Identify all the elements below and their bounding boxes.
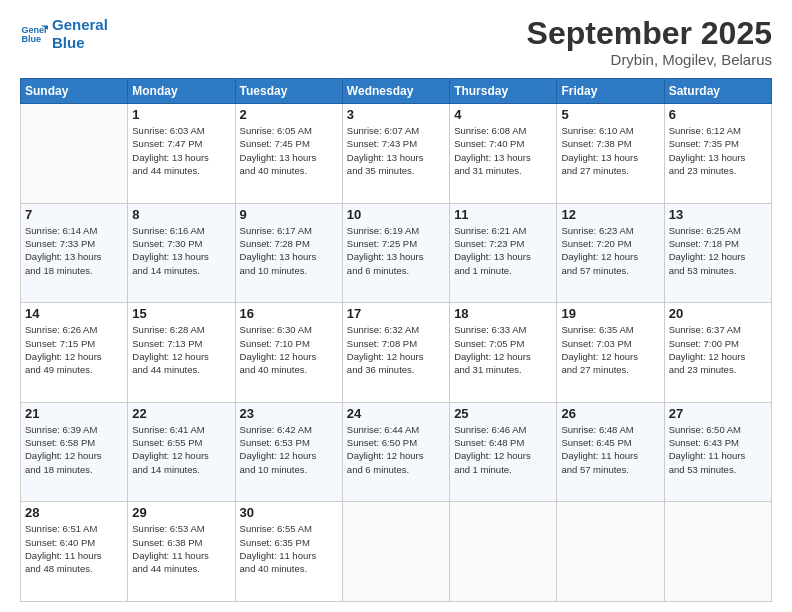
day-info: Sunrise: 6:03 AM Sunset: 7:47 PM Dayligh… xyxy=(132,124,230,177)
col-header-thursday: Thursday xyxy=(450,79,557,104)
calendar-cell xyxy=(342,502,449,602)
day-number: 13 xyxy=(669,207,767,222)
day-info: Sunrise: 6:07 AM Sunset: 7:43 PM Dayligh… xyxy=(347,124,445,177)
day-number: 15 xyxy=(132,306,230,321)
calendar-cell: 15Sunrise: 6:28 AM Sunset: 7:13 PM Dayli… xyxy=(128,303,235,403)
day-info: Sunrise: 6:48 AM Sunset: 6:45 PM Dayligh… xyxy=(561,423,659,476)
calendar-cell: 19Sunrise: 6:35 AM Sunset: 7:03 PM Dayli… xyxy=(557,303,664,403)
col-header-sunday: Sunday xyxy=(21,79,128,104)
day-info: Sunrise: 6:25 AM Sunset: 7:18 PM Dayligh… xyxy=(669,224,767,277)
logo-icon: General Blue xyxy=(20,20,48,48)
day-number: 24 xyxy=(347,406,445,421)
week-row-1: 1Sunrise: 6:03 AM Sunset: 7:47 PM Daylig… xyxy=(21,104,772,204)
day-info: Sunrise: 6:17 AM Sunset: 7:28 PM Dayligh… xyxy=(240,224,338,277)
calendar-cell: 20Sunrise: 6:37 AM Sunset: 7:00 PM Dayli… xyxy=(664,303,771,403)
day-number: 29 xyxy=(132,505,230,520)
day-number: 7 xyxy=(25,207,123,222)
day-info: Sunrise: 6:12 AM Sunset: 7:35 PM Dayligh… xyxy=(669,124,767,177)
day-info: Sunrise: 6:33 AM Sunset: 7:05 PM Dayligh… xyxy=(454,323,552,376)
day-number: 8 xyxy=(132,207,230,222)
title-block: September 2025 Drybin, Mogilev, Belarus xyxy=(527,16,772,68)
calendar-cell: 21Sunrise: 6:39 AM Sunset: 6:58 PM Dayli… xyxy=(21,402,128,502)
day-info: Sunrise: 6:21 AM Sunset: 7:23 PM Dayligh… xyxy=(454,224,552,277)
day-info: Sunrise: 6:23 AM Sunset: 7:20 PM Dayligh… xyxy=(561,224,659,277)
calendar-cell: 7Sunrise: 6:14 AM Sunset: 7:33 PM Daylig… xyxy=(21,203,128,303)
day-number: 1 xyxy=(132,107,230,122)
location: Drybin, Mogilev, Belarus xyxy=(527,51,772,68)
day-number: 18 xyxy=(454,306,552,321)
day-info: Sunrise: 6:05 AM Sunset: 7:45 PM Dayligh… xyxy=(240,124,338,177)
day-number: 5 xyxy=(561,107,659,122)
day-number: 28 xyxy=(25,505,123,520)
calendar-cell xyxy=(450,502,557,602)
calendar-cell xyxy=(21,104,128,204)
calendar-cell: 6Sunrise: 6:12 AM Sunset: 7:35 PM Daylig… xyxy=(664,104,771,204)
calendar-cell: 9Sunrise: 6:17 AM Sunset: 7:28 PM Daylig… xyxy=(235,203,342,303)
day-info: Sunrise: 6:30 AM Sunset: 7:10 PM Dayligh… xyxy=(240,323,338,376)
day-info: Sunrise: 6:10 AM Sunset: 7:38 PM Dayligh… xyxy=(561,124,659,177)
col-header-friday: Friday xyxy=(557,79,664,104)
day-number: 26 xyxy=(561,406,659,421)
calendar-cell: 23Sunrise: 6:42 AM Sunset: 6:53 PM Dayli… xyxy=(235,402,342,502)
svg-text:Blue: Blue xyxy=(21,34,41,44)
col-header-wednesday: Wednesday xyxy=(342,79,449,104)
day-info: Sunrise: 6:53 AM Sunset: 6:38 PM Dayligh… xyxy=(132,522,230,575)
day-number: 9 xyxy=(240,207,338,222)
day-number: 6 xyxy=(669,107,767,122)
day-info: Sunrise: 6:19 AM Sunset: 7:25 PM Dayligh… xyxy=(347,224,445,277)
day-info: Sunrise: 6:32 AM Sunset: 7:08 PM Dayligh… xyxy=(347,323,445,376)
calendar-cell: 17Sunrise: 6:32 AM Sunset: 7:08 PM Dayli… xyxy=(342,303,449,403)
week-row-3: 14Sunrise: 6:26 AM Sunset: 7:15 PM Dayli… xyxy=(21,303,772,403)
week-row-4: 21Sunrise: 6:39 AM Sunset: 6:58 PM Dayli… xyxy=(21,402,772,502)
day-info: Sunrise: 6:26 AM Sunset: 7:15 PM Dayligh… xyxy=(25,323,123,376)
day-info: Sunrise: 6:46 AM Sunset: 6:48 PM Dayligh… xyxy=(454,423,552,476)
calendar-cell xyxy=(664,502,771,602)
day-number: 11 xyxy=(454,207,552,222)
calendar-cell: 4Sunrise: 6:08 AM Sunset: 7:40 PM Daylig… xyxy=(450,104,557,204)
calendar-cell: 12Sunrise: 6:23 AM Sunset: 7:20 PM Dayli… xyxy=(557,203,664,303)
calendar: SundayMondayTuesdayWednesdayThursdayFrid… xyxy=(20,78,772,602)
calendar-cell: 2Sunrise: 6:05 AM Sunset: 7:45 PM Daylig… xyxy=(235,104,342,204)
col-header-saturday: Saturday xyxy=(664,79,771,104)
day-info: Sunrise: 6:35 AM Sunset: 7:03 PM Dayligh… xyxy=(561,323,659,376)
calendar-header-row: SundayMondayTuesdayWednesdayThursdayFrid… xyxy=(21,79,772,104)
col-header-tuesday: Tuesday xyxy=(235,79,342,104)
calendar-cell: 1Sunrise: 6:03 AM Sunset: 7:47 PM Daylig… xyxy=(128,104,235,204)
day-number: 30 xyxy=(240,505,338,520)
day-info: Sunrise: 6:51 AM Sunset: 6:40 PM Dayligh… xyxy=(25,522,123,575)
day-number: 3 xyxy=(347,107,445,122)
calendar-cell: 24Sunrise: 6:44 AM Sunset: 6:50 PM Dayli… xyxy=(342,402,449,502)
calendar-cell: 29Sunrise: 6:53 AM Sunset: 6:38 PM Dayli… xyxy=(128,502,235,602)
calendar-cell: 5Sunrise: 6:10 AM Sunset: 7:38 PM Daylig… xyxy=(557,104,664,204)
day-info: Sunrise: 6:16 AM Sunset: 7:30 PM Dayligh… xyxy=(132,224,230,277)
day-number: 2 xyxy=(240,107,338,122)
day-number: 17 xyxy=(347,306,445,321)
day-number: 27 xyxy=(669,406,767,421)
day-number: 19 xyxy=(561,306,659,321)
calendar-cell xyxy=(557,502,664,602)
calendar-cell: 13Sunrise: 6:25 AM Sunset: 7:18 PM Dayli… xyxy=(664,203,771,303)
day-info: Sunrise: 6:08 AM Sunset: 7:40 PM Dayligh… xyxy=(454,124,552,177)
calendar-cell: 14Sunrise: 6:26 AM Sunset: 7:15 PM Dayli… xyxy=(21,303,128,403)
day-info: Sunrise: 6:50 AM Sunset: 6:43 PM Dayligh… xyxy=(669,423,767,476)
calendar-cell: 10Sunrise: 6:19 AM Sunset: 7:25 PM Dayli… xyxy=(342,203,449,303)
calendar-cell: 3Sunrise: 6:07 AM Sunset: 7:43 PM Daylig… xyxy=(342,104,449,204)
month-title: September 2025 xyxy=(527,16,772,51)
day-number: 22 xyxy=(132,406,230,421)
week-row-5: 28Sunrise: 6:51 AM Sunset: 6:40 PM Dayli… xyxy=(21,502,772,602)
day-number: 14 xyxy=(25,306,123,321)
calendar-cell: 8Sunrise: 6:16 AM Sunset: 7:30 PM Daylig… xyxy=(128,203,235,303)
day-info: Sunrise: 6:42 AM Sunset: 6:53 PM Dayligh… xyxy=(240,423,338,476)
day-info: Sunrise: 6:14 AM Sunset: 7:33 PM Dayligh… xyxy=(25,224,123,277)
calendar-cell: 11Sunrise: 6:21 AM Sunset: 7:23 PM Dayli… xyxy=(450,203,557,303)
day-number: 10 xyxy=(347,207,445,222)
calendar-cell: 27Sunrise: 6:50 AM Sunset: 6:43 PM Dayli… xyxy=(664,402,771,502)
col-header-monday: Monday xyxy=(128,79,235,104)
day-number: 25 xyxy=(454,406,552,421)
day-info: Sunrise: 6:28 AM Sunset: 7:13 PM Dayligh… xyxy=(132,323,230,376)
day-number: 23 xyxy=(240,406,338,421)
page: General Blue General Blue September 2025… xyxy=(0,0,792,612)
day-info: Sunrise: 6:39 AM Sunset: 6:58 PM Dayligh… xyxy=(25,423,123,476)
day-info: Sunrise: 6:37 AM Sunset: 7:00 PM Dayligh… xyxy=(669,323,767,376)
day-info: Sunrise: 6:44 AM Sunset: 6:50 PM Dayligh… xyxy=(347,423,445,476)
